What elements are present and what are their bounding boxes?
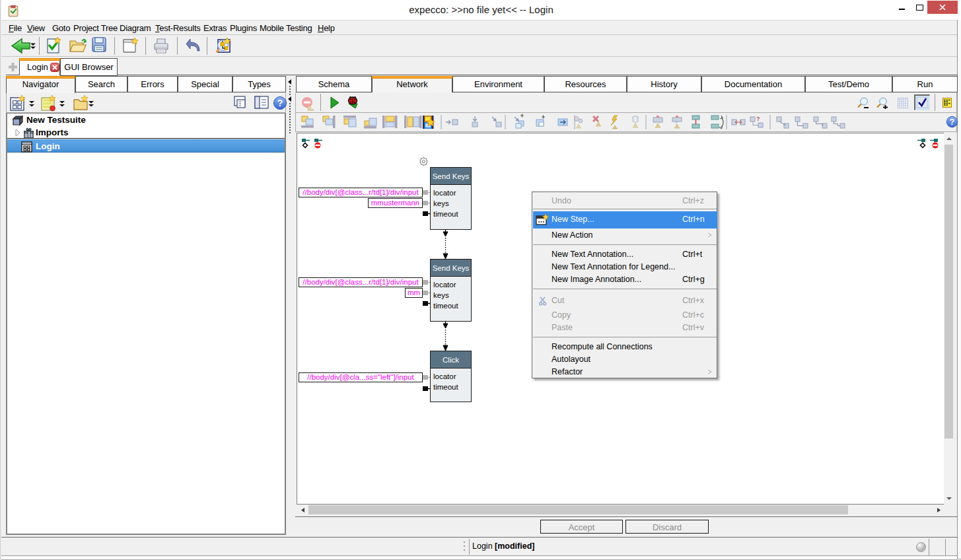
svg-text:?: ? xyxy=(277,98,283,108)
